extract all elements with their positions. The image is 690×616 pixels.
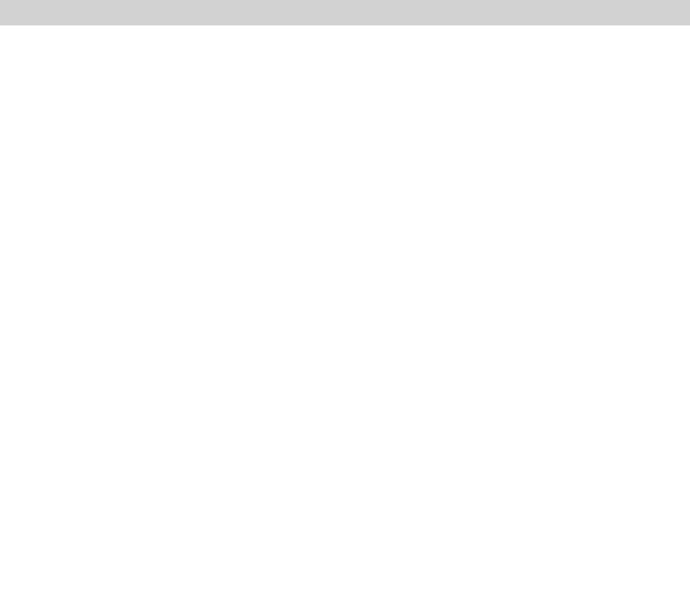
diagram-canvas <box>0 0 690 616</box>
diagram-page <box>0 0 690 616</box>
wiring-diagram <box>0 0 690 616</box>
